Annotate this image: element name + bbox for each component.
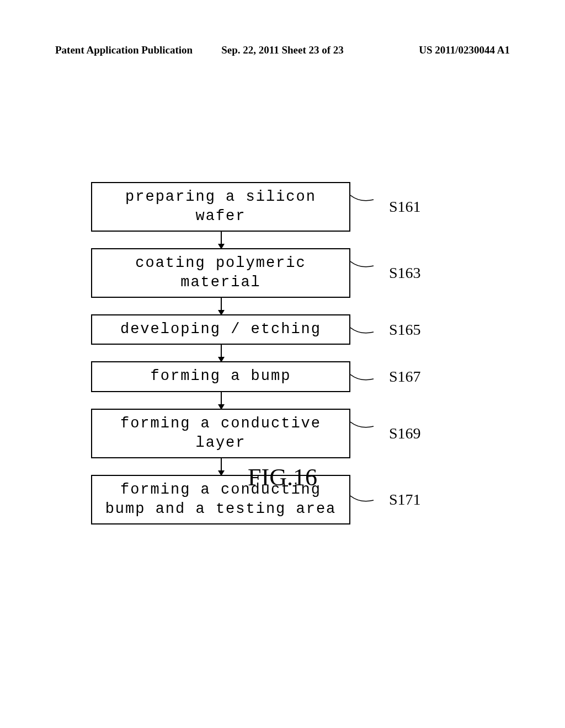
step-label: S161 — [389, 198, 421, 216]
step-box-conductive-layer: forming a conductive layer — [91, 409, 350, 458]
step-label: S163 — [389, 264, 421, 282]
header-patent-number: US 2011/0230044 A1 — [358, 44, 510, 56]
step-box-coating: coating polymeric material — [91, 248, 350, 298]
connector-curve — [350, 493, 375, 504]
figure-caption: FIG.16 — [0, 463, 565, 491]
header-date-sheet: Sep. 22, 2011 Sheet 23 of 23 — [207, 44, 359, 56]
connector-curve — [350, 371, 375, 382]
flowchart-step: coating polymeric material S163 — [91, 248, 477, 298]
flowchart-arrow — [221, 345, 222, 361]
flowchart-arrow — [221, 298, 222, 314]
flowchart-step: forming a conductive layer S169 — [91, 409, 477, 458]
connector-curve — [350, 324, 375, 335]
page-header: Patent Application Publication Sep. 22, … — [0, 44, 565, 56]
header-publication: Patent Application Publication — [55, 44, 207, 56]
step-label: S169 — [389, 425, 421, 442]
step-box-developing: developing / etching — [91, 314, 350, 345]
flowchart-arrow — [221, 232, 222, 248]
connector-curve — [350, 419, 375, 430]
connector-curve — [350, 258, 375, 269]
step-label: S165 — [389, 321, 421, 339]
flowchart-arrow — [221, 392, 222, 409]
step-label: S171 — [389, 491, 421, 508]
step-label: S167 — [389, 368, 421, 386]
connector-curve — [350, 192, 375, 203]
flowchart-step: forming a bump S167 — [91, 361, 477, 392]
step-box-prepare-wafer: preparing a silicon wafer — [91, 182, 350, 232]
flowchart-step: preparing a silicon wafer S161 — [91, 182, 477, 232]
step-box-forming-bump: forming a bump — [91, 361, 350, 392]
flowchart-step: developing / etching S165 — [91, 314, 477, 345]
